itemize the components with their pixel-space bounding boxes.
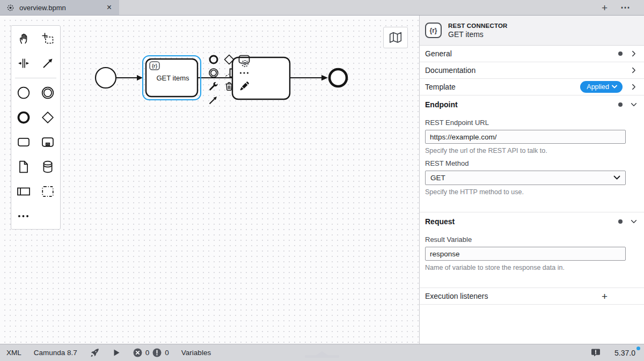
result-variable-help: Name of variable to store the response d… xyxy=(425,264,638,271)
create-data-store[interactable] xyxy=(36,154,60,179)
edited-dot xyxy=(618,219,623,224)
delete-trash-icon[interactable] xyxy=(222,80,236,92)
version-text: 5.37.0 xyxy=(614,349,635,357)
play-icon xyxy=(112,348,121,357)
xml-toggle[interactable]: XML xyxy=(6,349,21,357)
append-end-event-icon[interactable] xyxy=(207,54,221,65)
section-endpoint: Endpoint REST Endpoint URL Specify the u… xyxy=(420,95,644,212)
hand-tool[interactable] xyxy=(12,26,36,51)
subprocess-icon xyxy=(41,135,55,149)
element-type-label: REST CONNECTOR xyxy=(448,23,508,29)
group-template[interactable]: Template Applied xyxy=(420,79,644,95)
ellipsis-icon xyxy=(17,209,31,223)
set-color-brush-icon[interactable] xyxy=(237,80,251,92)
rest-method-select[interactable]: GET xyxy=(425,171,626,185)
section-request: Request Result Variable Name of variable… xyxy=(420,212,644,288)
group-general[interactable]: General xyxy=(420,46,644,62)
rest-method-label: REST Method xyxy=(425,159,638,167)
error-icon xyxy=(133,348,142,357)
warning-icon xyxy=(152,348,162,357)
update-available-dot xyxy=(636,347,640,350)
create-data-object[interactable] xyxy=(12,154,36,179)
create-expanded-subprocess[interactable] xyxy=(36,130,60,154)
bottom-panel-handle[interactable] xyxy=(305,355,339,358)
bpmn-canvas[interactable]: {r} GET items xyxy=(0,16,419,344)
rest-connector-icon-text: {r} xyxy=(429,27,437,34)
append-gateway-icon[interactable] xyxy=(222,54,236,65)
bpmn-file-icon xyxy=(6,4,14,12)
camunda-modeler-window: overview.bpmn × + ⋯ {r} xyxy=(0,0,644,361)
engine-version-button[interactable]: Camunda 8.7 xyxy=(34,349,77,357)
add-execution-listener-button[interactable]: + xyxy=(602,291,608,301)
rest-connector-icon: {r} xyxy=(425,23,442,38)
create-start-event[interactable] xyxy=(12,80,36,105)
edited-dot xyxy=(618,102,623,107)
execution-listeners-label: Execution listeners xyxy=(425,292,602,300)
rest-task-label: GET items xyxy=(156,74,189,82)
chevron-down-icon xyxy=(630,218,638,225)
element-header: {r} REST CONNECTOR GET items xyxy=(420,16,644,46)
section-request-header[interactable]: Request xyxy=(420,212,644,231)
problems-indicator[interactable]: 0 0 xyxy=(133,348,169,357)
append-intermediate-event-icon[interactable] xyxy=(207,67,221,79)
group-documentation[interactable]: Documentation xyxy=(420,62,644,79)
feedback-button[interactable] xyxy=(591,348,601,357)
section-endpoint-title: Endpoint xyxy=(425,100,618,109)
group-documentation-label: Documentation xyxy=(425,66,623,75)
template-applied-badge[interactable]: Applied xyxy=(580,81,623,93)
properties-panel: {r} REST CONNECTOR GET items General Doc… xyxy=(419,16,644,344)
tab-overview-bpmn[interactable]: overview.bpmn × xyxy=(0,0,119,15)
close-tab-icon[interactable]: × xyxy=(105,3,114,12)
result-variable-label: Result Variable xyxy=(425,235,638,244)
space-tool-icon xyxy=(17,57,30,70)
result-variable-input[interactable] xyxy=(425,247,626,261)
palette xyxy=(11,25,61,230)
deploy-button[interactable] xyxy=(90,348,100,358)
lasso-icon xyxy=(41,32,54,45)
create-task[interactable] xyxy=(12,130,36,154)
more-tabs-icon[interactable]: ⋯ xyxy=(616,3,634,12)
app-version[interactable]: 5.37.0 xyxy=(614,349,635,357)
start-instance-button[interactable] xyxy=(112,348,121,357)
create-intermediate-event[interactable] xyxy=(36,80,60,105)
start-event[interactable] xyxy=(96,68,116,88)
participant-icon xyxy=(17,185,31,198)
chevron-right-icon xyxy=(630,83,638,91)
create-participant[interactable] xyxy=(12,179,36,204)
start-event-icon xyxy=(17,86,31,100)
change-element-wrench-icon[interactable] xyxy=(207,80,221,92)
connect-flow-icon[interactable] xyxy=(207,94,221,106)
append-text-annotation-icon[interactable] xyxy=(222,67,236,79)
chevron-down-icon xyxy=(613,175,620,180)
create-gateway[interactable] xyxy=(36,105,60,130)
chevron-right-icon xyxy=(630,67,638,74)
gateway-icon xyxy=(41,110,55,124)
section-endpoint-header[interactable]: Endpoint xyxy=(420,95,644,114)
end-event[interactable] xyxy=(330,69,347,86)
create-end-event[interactable] xyxy=(12,105,36,130)
rocket-icon xyxy=(90,348,100,358)
endpoint-url-label: REST Endpoint URL xyxy=(425,119,638,127)
map-icon xyxy=(389,31,402,44)
palette-separator xyxy=(15,78,56,78)
lasso-tool[interactable] xyxy=(36,26,60,51)
section-request-title: Request xyxy=(425,217,618,226)
variables-toggle[interactable]: Variables xyxy=(181,349,211,357)
intermediate-event-icon xyxy=(41,86,55,100)
global-connect-tool[interactable] xyxy=(36,51,60,76)
template-badge-text: Applied xyxy=(587,83,609,91)
endpoint-url-input[interactable] xyxy=(425,130,626,144)
hand-icon xyxy=(17,32,30,45)
new-tab-button[interactable]: + xyxy=(597,3,612,13)
context-pad xyxy=(207,54,253,106)
minimap-toggle[interactable] xyxy=(383,27,408,48)
rest-method-help: Specify the HTTP method to use. xyxy=(425,188,638,196)
space-tool[interactable] xyxy=(12,51,36,76)
create-group[interactable] xyxy=(36,179,60,204)
group-execution-listeners[interactable]: Execution listeners + xyxy=(420,288,644,305)
group-icon xyxy=(41,185,55,198)
tab-bar: overview.bpmn × + ⋯ xyxy=(0,0,644,16)
context-more-icon[interactable] xyxy=(237,67,251,79)
tab-title: overview.bpmn xyxy=(19,4,100,12)
palette-more[interactable] xyxy=(12,204,36,229)
